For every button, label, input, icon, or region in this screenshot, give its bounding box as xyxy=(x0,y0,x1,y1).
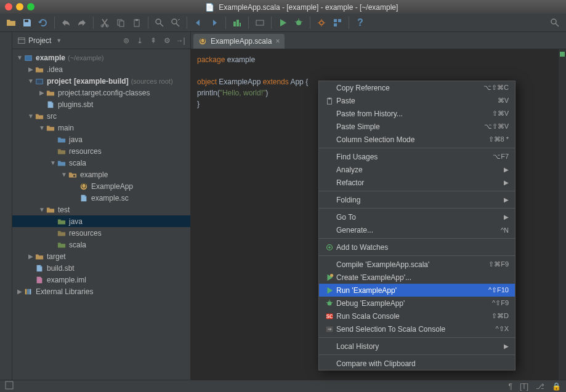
tree-row-target[interactable]: ▶target xyxy=(12,250,190,262)
close-window-button[interactable] xyxy=(5,3,12,10)
tree-row-resources[interactable]: resources xyxy=(12,145,190,157)
menu-item-analyze[interactable]: Analyze▶ xyxy=(319,163,515,176)
find-button[interactable] xyxy=(152,15,167,30)
tree-row-project[interactable]: ▼project [example-build](sources root) xyxy=(12,75,190,87)
tree-row-example-sc[interactable]: example.sc xyxy=(12,192,190,204)
tree-arrow-icon[interactable]: ▼ xyxy=(60,171,68,178)
tree-row-exampleapp[interactable]: OExampleApp xyxy=(12,180,190,192)
autoscroll-from-source-icon[interactable]: ⤓ xyxy=(135,36,145,45)
tree-row-scala[interactable]: scala xyxy=(12,239,190,250)
menu-item-run-exampleapp-[interactable]: Run 'ExampleApp'^⇧F10 xyxy=(319,284,515,297)
tree-arrow-icon[interactable]: ▼ xyxy=(27,78,34,84)
svg-line-24 xyxy=(556,23,559,26)
tree-arrow-icon[interactable]: ▶ xyxy=(27,66,34,73)
menu-item-run-scala-console[interactable]: scRun Scala Console⇧⌘D xyxy=(319,310,515,322)
back-button[interactable] xyxy=(191,15,206,30)
close-tab-icon[interactable]: × xyxy=(275,37,280,46)
tree-arrow-icon[interactable]: ▶ xyxy=(27,253,34,260)
run-config-button[interactable] xyxy=(253,15,267,30)
tree-row-plugins-sbt[interactable]: plugins.sbt xyxy=(12,98,190,110)
menu-item-debug-exampleapp-[interactable]: Debug 'ExampleApp'^⇧F9 xyxy=(319,297,515,310)
menu-item-find-usages[interactable]: Find Usages⌥F7 xyxy=(319,150,515,163)
project-structure-button[interactable] xyxy=(330,15,345,30)
search-everywhere-button[interactable] xyxy=(548,15,562,30)
forward-button[interactable] xyxy=(207,15,222,30)
lock-icon[interactable]: 🔒 xyxy=(552,382,561,391)
redo-button[interactable] xyxy=(75,15,89,30)
menu-item-paste[interactable]: Paste⌘V xyxy=(319,94,515,107)
tree-arrow-icon[interactable]: ▶ xyxy=(16,288,23,295)
zoom-window-button[interactable] xyxy=(27,3,34,10)
debug-button[interactable] xyxy=(291,15,306,30)
tree-row-src[interactable]: ▼src xyxy=(12,110,190,122)
autoscroll-to-source-icon[interactable]: ⊚ xyxy=(121,36,131,45)
open-button[interactable] xyxy=(4,15,18,30)
status-git-icon[interactable]: ⎇ xyxy=(536,382,544,391)
menu-item-paste-from-history-[interactable]: Paste from History...⇧⌘V xyxy=(319,107,515,120)
tree-arrow-icon[interactable]: ▼ xyxy=(16,54,23,61)
menu-item-compare-with-clipboard[interactable]: Compare with Clipboard xyxy=(319,357,515,370)
menu-item-paste-simple[interactable]: Paste Simple⌥⇧⌘V xyxy=(319,120,515,133)
tree-arrow-icon[interactable]: ▼ xyxy=(38,206,46,213)
menu-item-go-to[interactable]: Go To▶ xyxy=(319,210,515,223)
save-button[interactable] xyxy=(20,15,34,30)
project-tree[interactable]: ▼example(~/example)▶.idea▼project [examp… xyxy=(12,49,190,380)
tree-row-example[interactable]: ▼example(~/example) xyxy=(12,52,190,63)
tree-row-main[interactable]: ▼main xyxy=(12,122,190,134)
code-line[interactable]: package example xyxy=(197,54,566,65)
settings-button[interactable] xyxy=(314,15,329,30)
tree-row-build-sbt[interactable]: build.sbt xyxy=(12,262,190,274)
tree-row-java[interactable]: java xyxy=(12,215,190,227)
refresh-button[interactable] xyxy=(36,15,51,30)
copy-button[interactable] xyxy=(113,15,128,30)
menu-item-add-to-watches[interactable]: Add to Watches xyxy=(319,241,515,254)
tree-row-java[interactable]: java xyxy=(12,134,190,145)
tree-row-test[interactable]: ▼test xyxy=(12,204,190,215)
tree-row-example[interactable]: ▼example xyxy=(12,169,190,180)
menu-item-local-history[interactable]: Local History▶ xyxy=(319,340,515,353)
menu-item-copy-reference[interactable]: Copy Reference⌥⇧⌘C xyxy=(319,81,515,94)
tree-row-resources[interactable]: resources xyxy=(12,227,190,239)
build-button[interactable] xyxy=(230,15,245,30)
run-button[interactable] xyxy=(275,15,290,30)
menu-item-folding[interactable]: Folding▶ xyxy=(319,193,515,206)
tree-arrow-icon[interactable]: ▼ xyxy=(38,124,46,131)
menu-item-shortcut: ⇧⌘F9 xyxy=(488,260,509,268)
tree-arrow-icon[interactable]: ▼ xyxy=(49,159,57,166)
menu-item-refactor[interactable]: Refactor▶ xyxy=(319,176,515,189)
menu-item-generate-[interactable]: Generate...^N xyxy=(319,223,515,236)
tree-row-example-iml[interactable]: example.iml xyxy=(12,274,190,286)
tree-row--idea[interactable]: ▶.idea xyxy=(12,63,190,75)
tree-row-external-libraries[interactable]: ▶External Libraries xyxy=(12,286,190,297)
collapse-all-icon[interactable]: ⇞ xyxy=(148,36,158,45)
menu-item-send-selection-to-scala-console[interactable]: Send Selection To Scala Console^⇧X xyxy=(319,322,515,335)
code-line[interactable] xyxy=(197,65,566,76)
svg-rect-11 xyxy=(233,22,236,26)
svg-rect-28 xyxy=(36,79,43,84)
menu-item-create-exampleapp-[interactable]: Create 'ExampleApp'... xyxy=(319,271,515,284)
cut-button[interactable] xyxy=(97,15,112,30)
paste-button[interactable] xyxy=(129,15,144,30)
status-square-icon[interactable] xyxy=(5,381,14,391)
code-token: object xyxy=(197,78,219,86)
minimize-window-button[interactable] xyxy=(16,3,23,10)
tree-row-scala[interactable]: ▼scala xyxy=(12,157,190,169)
menu-item-compile-exampleapp-scala-[interactable]: Compile 'ExampleApp.scala'⇧⌘F9 xyxy=(319,258,515,271)
editor-tab-exampleapp[interactable]: O ExampleApp.scala × xyxy=(193,34,285,49)
gear-icon[interactable]: ⚙ xyxy=(162,36,172,45)
hide-panel-icon[interactable]: →| xyxy=(176,36,185,45)
tree-arrow-icon[interactable]: ▼ xyxy=(27,113,34,119)
left-tool-gutter[interactable] xyxy=(0,32,12,380)
replace-button[interactable] xyxy=(168,15,183,30)
undo-button[interactable] xyxy=(59,15,73,30)
project-panel-title[interactable]: Project ▼ xyxy=(17,36,62,45)
code-token: ) xyxy=(265,89,268,97)
window-title: 📄 ExampleApp.scala - [example] - example… xyxy=(42,2,561,12)
tree-row-project-target-config-classes[interactable]: ▶project.target.config-classes xyxy=(12,87,190,98)
help-button[interactable]: ? xyxy=(353,15,368,30)
editor-tabs: O ExampleApp.scala × xyxy=(191,32,566,49)
tree-arrow-icon[interactable]: ▶ xyxy=(38,89,46,96)
status-encoding[interactable]: [T] xyxy=(520,382,528,391)
code-token: package xyxy=(197,55,227,64)
menu-item-column-selection-mode[interactable]: Column Selection Mode⇧⌘8 * xyxy=(319,133,515,146)
